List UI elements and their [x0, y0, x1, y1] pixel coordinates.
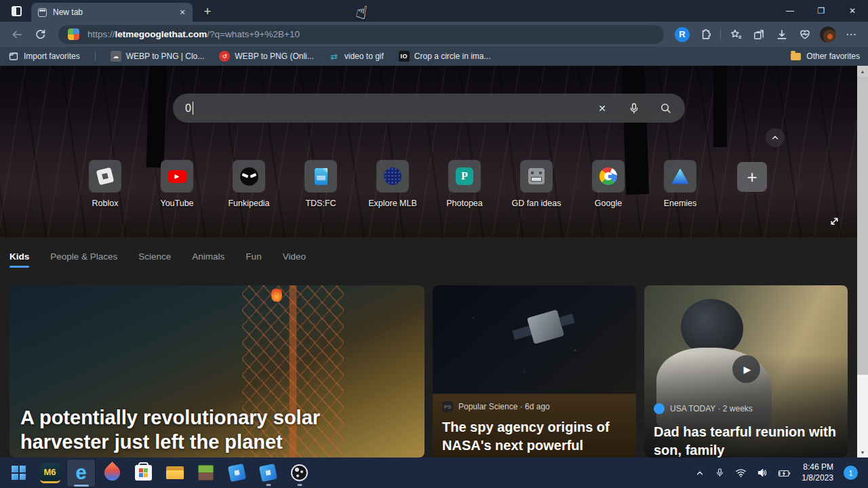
back-button[interactable] — [5, 24, 28, 45]
taskbar-paint-app[interactable] — [98, 460, 126, 487]
collapse-shortcuts-button[interactable] — [766, 128, 785, 147]
tab-animals[interactable]: Animals — [192, 251, 224, 268]
import-favorites-label: Import favorites — [24, 52, 80, 61]
youtube-icon: ▶ — [168, 170, 186, 183]
taskbar-file-explorer[interactable] — [161, 460, 189, 487]
taskbar-m6-app[interactable]: M6 — [36, 460, 64, 487]
tab-kids[interactable]: Kids — [9, 251, 29, 268]
favorite-video-to-gif[interactable]: ⇄ video to gif — [329, 51, 384, 62]
shortcut-explore-mlb[interactable]: Explore MLB — [376, 160, 409, 208]
site-favicon-icon — [68, 28, 79, 40]
refresh-icon — [35, 28, 46, 40]
file-explorer-icon — [166, 466, 184, 479]
play-video-button[interactable]: ▶ — [732, 355, 760, 383]
new-tab-button[interactable]: + — [198, 2, 217, 21]
tab-science[interactable]: Science — [138, 251, 171, 268]
downloads-button[interactable] — [770, 24, 793, 45]
tab-fun[interactable]: Fun — [245, 251, 261, 268]
obs-icon — [291, 464, 308, 481]
extensions-button[interactable] — [694, 24, 717, 45]
shortcut-label: TDS:FC — [305, 199, 336, 208]
favorite-webp-to-png-online[interactable]: ↺ WEBP to PNG (Onli... — [219, 51, 313, 62]
voice-search-icon[interactable] — [627, 102, 641, 115]
taskbar-obs-studio[interactable] — [285, 460, 313, 487]
card-source-row: USA TODAY · 2 weeks — [654, 403, 753, 414]
shortcut-roblox[interactable]: Roblox — [89, 160, 121, 208]
tray-wifi-icon[interactable] — [735, 468, 747, 478]
tab-actions-button[interactable] — [5, 0, 27, 22]
search-box-icons: ✕ — [595, 102, 673, 115]
notification-count-badge[interactable]: 1 — [844, 466, 858, 480]
download-icon — [776, 28, 788, 41]
search-submit-icon[interactable] — [659, 102, 673, 115]
favorites-button[interactable] — [724, 24, 747, 45]
import-favorites-button[interactable]: Import favorites — [8, 51, 80, 62]
taskbar-minecraft[interactable] — [192, 460, 220, 487]
hero-background — [0, 66, 857, 237]
shortcut-google[interactable]: Google — [592, 160, 625, 208]
tab-people-places[interactable]: People & Places — [50, 251, 117, 268]
address-bar[interactable]: https://letmegooglethat.com/?q=whats+9+%… — [58, 25, 664, 44]
tab-new-tab[interactable]: New tab ✕ — [31, 3, 193, 22]
scrollbar-down-icon[interactable]: ▼ — [857, 447, 868, 458]
card-source-meta: Popular Science · 6d ago — [458, 402, 550, 411]
shortcut-label: Funkipedia — [228, 199, 269, 208]
shortcut-funkipedia[interactable]: Funkipedia — [233, 160, 265, 208]
gd-fan-ideas-tile — [520, 160, 553, 192]
minimize-button[interactable]: — — [774, 0, 806, 22]
favorite-crop-circle[interactable]: IO Crop a circle in ima... — [399, 51, 491, 62]
shortcut-youtube[interactable]: ▶ YouTube — [161, 160, 193, 208]
shortcut-enemies[interactable]: Enemies — [664, 160, 696, 208]
taskbar-microsoft-store[interactable] — [130, 460, 157, 487]
taskbar-roblox-studio[interactable] — [223, 460, 251, 487]
search-box[interactable]: 0 ✕ — [173, 94, 685, 123]
tray-overflow-button[interactable] — [695, 468, 705, 478]
back-icon — [11, 28, 23, 41]
refresh-button[interactable] — [28, 24, 52, 45]
taskbar-clock[interactable]: 8:46 PM 1/8/2023 — [802, 462, 833, 483]
page-scrollbar[interactable]: ▲ ▼ — [857, 66, 868, 458]
youtube-tile: ▶ — [161, 160, 193, 192]
settings-more-button[interactable]: ⋯ — [840, 24, 863, 45]
close-button[interactable]: ✕ — [837, 0, 868, 22]
roblox-icon — [259, 464, 277, 482]
tray-volume-icon[interactable] — [757, 468, 768, 478]
news-card-usatoday[interactable]: ▶ USA TODAY · 2 weeks Dad has tearful re… — [644, 285, 848, 458]
news-feed: Kids People & Places Science Animals Fun… — [0, 237, 857, 458]
tab-close-icon[interactable]: ✕ — [176, 6, 189, 18]
scrollbar-thumb[interactable] — [857, 77, 868, 375]
minecraft-icon — [198, 465, 214, 481]
news-card-solar-harvester[interactable]: A potentially revolutionary solar harves… — [9, 285, 425, 458]
browser-essentials-button[interactable] — [793, 24, 816, 45]
news-card-nasa[interactable]: PS Popular Science · 6d ago The spy agen… — [433, 285, 636, 458]
other-favorites-label: Other favorites — [806, 52, 860, 61]
explore-mlb-tile — [376, 160, 409, 192]
taskbar-edge[interactable]: e — [67, 460, 95, 487]
other-favorites-button[interactable]: Other favorites — [791, 52, 860, 61]
restore-button[interactable]: ❐ — [806, 0, 837, 22]
tdsfc-icon — [315, 168, 328, 185]
tdsfc-tile — [304, 160, 337, 192]
collections-button[interactable] — [747, 24, 770, 45]
store-icon — [135, 465, 152, 481]
expand-background-button[interactable] — [829, 216, 840, 227]
tray-battery-icon[interactable] — [778, 468, 791, 478]
ropro-extension-button[interactable]: R — [671, 24, 694, 45]
add-shortcut-button[interactable]: + — [737, 162, 767, 192]
tab-video[interactable]: Video — [283, 251, 306, 268]
favorite-webp-to-png-cloud[interactable]: ☁ WEBP to PNG | Clo... — [111, 51, 205, 62]
scrollbar-up-icon[interactable]: ▲ — [857, 66, 868, 77]
favorites-bar: Import favorites ☁ WEBP to PNG | Clo... … — [0, 47, 868, 66]
profile-avatar[interactable] — [820, 26, 836, 43]
favorite-label: video to gif — [344, 52, 384, 61]
shortcut-photopea[interactable]: P Photopea — [448, 160, 481, 208]
photopea-tile: P — [448, 160, 481, 192]
shortcut-tdsfc[interactable]: TDS:FC — [304, 160, 337, 208]
clear-search-icon[interactable]: ✕ — [595, 102, 609, 115]
shortcut-gd-fan-ideas[interactable]: GD fan ideas — [520, 160, 553, 208]
start-button[interactable] — [5, 460, 33, 487]
tray-microphone-icon[interactable] — [715, 468, 725, 478]
cloudconvert-icon: ☁ — [111, 51, 121, 62]
tray-time: 8:46 PM — [802, 462, 833, 473]
taskbar-roblox[interactable] — [254, 460, 282, 487]
